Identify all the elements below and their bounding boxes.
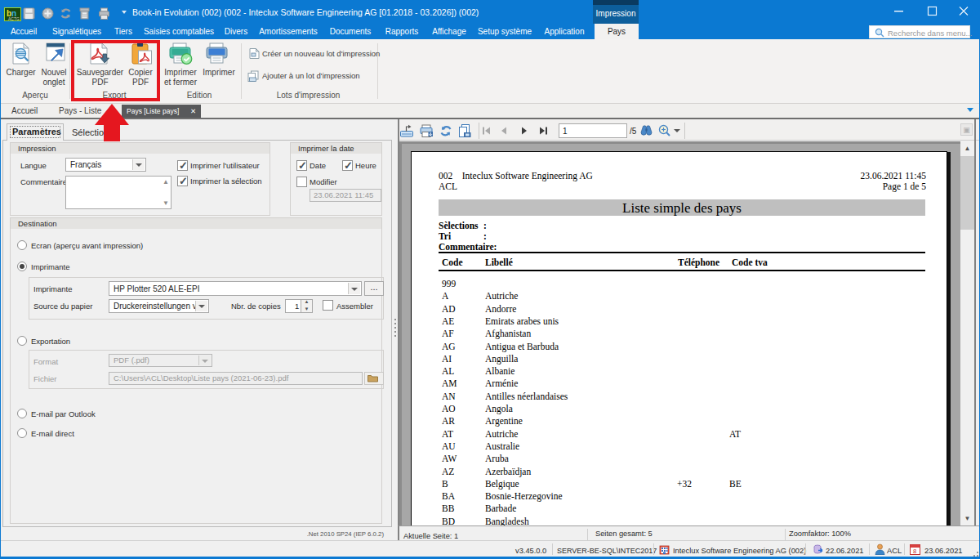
svg-text:8: 8 xyxy=(913,548,916,555)
